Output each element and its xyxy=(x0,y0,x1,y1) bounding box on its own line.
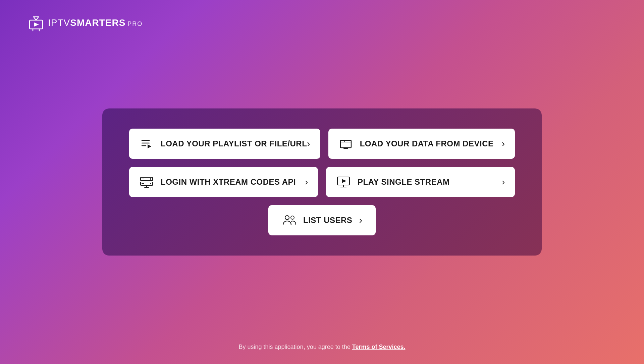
svg-rect-11 xyxy=(340,140,351,148)
logo-icon xyxy=(27,13,45,32)
svg-marker-25 xyxy=(342,179,346,183)
svg-marker-10 xyxy=(148,144,151,148)
center-button-row: LIST USERS › xyxy=(129,205,515,235)
play-single-label: PLAY SINGLE STREAM xyxy=(358,177,449,187)
playlist-icon xyxy=(139,136,154,151)
load-playlist-chevron: › xyxy=(307,138,310,149)
button-row-1: LOAD YOUR PLAYLIST OR FILE/URL › LOAD xyxy=(129,129,515,159)
main-card: LOAD YOUR PLAYLIST OR FILE/URL › LOAD xyxy=(102,108,542,256)
load-device-left: LOAD YOUR DATA FROM DEVICE xyxy=(338,136,494,151)
svg-marker-6 xyxy=(34,22,39,27)
logo-iptv-text: IPTV xyxy=(48,17,70,28)
load-playlist-left: LOAD YOUR PLAYLIST OR FILE/URL xyxy=(139,136,307,151)
login-xtream-chevron: › xyxy=(305,177,308,187)
button-row-2: LOGIN WITH XTREAM CODES API › PLAY SINGL… xyxy=(129,167,515,197)
footer-text: By using this application, you agree to … xyxy=(239,344,352,350)
list-users-left: LIST USERS xyxy=(282,213,352,228)
play-single-chevron: › xyxy=(502,177,505,187)
list-users-label: LIST USERS xyxy=(303,216,352,225)
logo-smarters-text: SMARTERS xyxy=(70,17,125,28)
logo-area: IPTV SMARTERS PRO xyxy=(27,13,143,32)
play-single-left: PLAY SINGLE STREAM xyxy=(336,175,449,189)
load-playlist-button[interactable]: LOAD YOUR PLAYLIST OR FILE/URL › xyxy=(129,129,320,159)
load-device-label: LOAD YOUR DATA FROM DEVICE xyxy=(360,139,494,148)
users-icon xyxy=(282,213,297,228)
logo-pro-text: PRO xyxy=(127,20,143,28)
play-single-button[interactable]: PLAY SINGLE STREAM › xyxy=(326,167,515,197)
login-xtream-left: LOGIN WITH XTREAM CODES API xyxy=(139,175,296,189)
svg-point-26 xyxy=(285,216,289,220)
load-device-button[interactable]: LOAD YOUR DATA FROM DEVICE › xyxy=(328,129,515,159)
logo-text: IPTV SMARTERS PRO xyxy=(48,17,143,28)
footer: By using this application, you agree to … xyxy=(239,344,406,351)
svg-line-1 xyxy=(34,17,36,20)
login-xtream-button[interactable]: LOGIN WITH XTREAM CODES API › xyxy=(129,167,318,197)
device-icon xyxy=(338,136,353,151)
xtream-icon xyxy=(139,175,154,189)
svg-point-27 xyxy=(291,216,294,219)
terms-link[interactable]: Terms of Services. xyxy=(352,344,406,350)
login-xtream-label: LOGIN WITH XTREAM CODES API xyxy=(161,177,296,187)
stream-icon xyxy=(336,175,351,189)
svg-point-17 xyxy=(150,183,151,184)
list-users-chevron: › xyxy=(359,215,362,226)
list-users-button[interactable]: LIST USERS › xyxy=(268,205,376,235)
load-playlist-label: LOAD YOUR PLAYLIST OR FILE/URL xyxy=(161,139,307,148)
load-device-chevron: › xyxy=(502,138,505,149)
svg-line-2 xyxy=(36,17,39,20)
svg-point-16 xyxy=(150,178,151,180)
